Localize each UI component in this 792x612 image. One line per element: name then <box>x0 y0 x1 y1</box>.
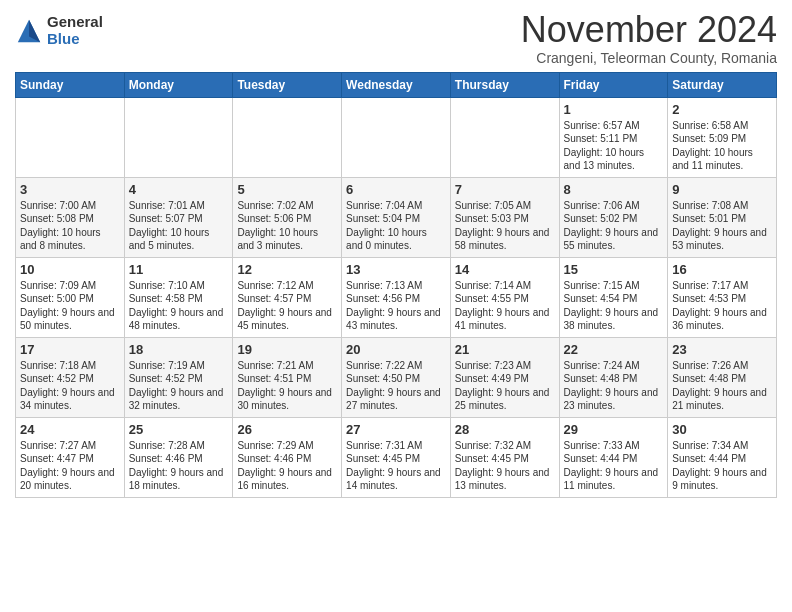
day-cell: 9Sunrise: 7:08 AM Sunset: 5:01 PM Daylig… <box>668 177 777 257</box>
header-cell-monday: Monday <box>124 72 233 97</box>
day-info: Sunrise: 7:27 AM Sunset: 4:47 PM Dayligh… <box>20 439 120 493</box>
day-number: 18 <box>129 342 229 357</box>
header-cell-friday: Friday <box>559 72 668 97</box>
day-cell: 6Sunrise: 7:04 AM Sunset: 5:04 PM Daylig… <box>342 177 451 257</box>
header-cell-sunday: Sunday <box>16 72 125 97</box>
day-cell: 17Sunrise: 7:18 AM Sunset: 4:52 PM Dayli… <box>16 337 125 417</box>
day-cell: 23Sunrise: 7:26 AM Sunset: 4:48 PM Dayli… <box>668 337 777 417</box>
day-cell: 26Sunrise: 7:29 AM Sunset: 4:46 PM Dayli… <box>233 417 342 497</box>
day-number: 13 <box>346 262 446 277</box>
day-cell: 21Sunrise: 7:23 AM Sunset: 4:49 PM Dayli… <box>450 337 559 417</box>
day-cell: 18Sunrise: 7:19 AM Sunset: 4:52 PM Dayli… <box>124 337 233 417</box>
logo-text: General Blue <box>47 14 103 47</box>
day-cell <box>124 97 233 177</box>
header-cell-saturday: Saturday <box>668 72 777 97</box>
header-row: SundayMondayTuesdayWednesdayThursdayFrid… <box>16 72 777 97</box>
day-info: Sunrise: 7:09 AM Sunset: 5:00 PM Dayligh… <box>20 279 120 333</box>
day-cell <box>233 97 342 177</box>
day-number: 7 <box>455 182 555 197</box>
day-number: 22 <box>564 342 664 357</box>
day-cell: 12Sunrise: 7:12 AM Sunset: 4:57 PM Dayli… <box>233 257 342 337</box>
day-info: Sunrise: 7:04 AM Sunset: 5:04 PM Dayligh… <box>346 199 446 253</box>
day-cell: 8Sunrise: 7:06 AM Sunset: 5:02 PM Daylig… <box>559 177 668 257</box>
day-info: Sunrise: 7:05 AM Sunset: 5:03 PM Dayligh… <box>455 199 555 253</box>
day-info: Sunrise: 7:10 AM Sunset: 4:58 PM Dayligh… <box>129 279 229 333</box>
day-info: Sunrise: 7:14 AM Sunset: 4:55 PM Dayligh… <box>455 279 555 333</box>
day-info: Sunrise: 7:15 AM Sunset: 4:54 PM Dayligh… <box>564 279 664 333</box>
day-cell: 25Sunrise: 7:28 AM Sunset: 4:46 PM Dayli… <box>124 417 233 497</box>
day-info: Sunrise: 7:23 AM Sunset: 4:49 PM Dayligh… <box>455 359 555 413</box>
day-cell: 13Sunrise: 7:13 AM Sunset: 4:56 PM Dayli… <box>342 257 451 337</box>
day-info: Sunrise: 7:29 AM Sunset: 4:46 PM Dayligh… <box>237 439 337 493</box>
day-info: Sunrise: 7:01 AM Sunset: 5:07 PM Dayligh… <box>129 199 229 253</box>
day-number: 26 <box>237 422 337 437</box>
day-number: 10 <box>20 262 120 277</box>
day-info: Sunrise: 7:12 AM Sunset: 4:57 PM Dayligh… <box>237 279 337 333</box>
day-number: 17 <box>20 342 120 357</box>
day-cell <box>342 97 451 177</box>
day-number: 2 <box>672 102 772 117</box>
day-info: Sunrise: 7:34 AM Sunset: 4:44 PM Dayligh… <box>672 439 772 493</box>
logo-general-text: General <box>47 14 103 31</box>
day-info: Sunrise: 7:17 AM Sunset: 4:53 PM Dayligh… <box>672 279 772 333</box>
day-info: Sunrise: 7:22 AM Sunset: 4:50 PM Dayligh… <box>346 359 446 413</box>
day-info: Sunrise: 6:57 AM Sunset: 5:11 PM Dayligh… <box>564 119 664 173</box>
day-number: 20 <box>346 342 446 357</box>
day-number: 19 <box>237 342 337 357</box>
calendar-table: SundayMondayTuesdayWednesdayThursdayFrid… <box>15 72 777 498</box>
header-cell-tuesday: Tuesday <box>233 72 342 97</box>
day-number: 5 <box>237 182 337 197</box>
day-info: Sunrise: 7:32 AM Sunset: 4:45 PM Dayligh… <box>455 439 555 493</box>
day-number: 3 <box>20 182 120 197</box>
title-area: November 2024 Crangeni, Teleorman County… <box>521 10 777 66</box>
day-number: 28 <box>455 422 555 437</box>
day-info: Sunrise: 7:08 AM Sunset: 5:01 PM Dayligh… <box>672 199 772 253</box>
day-cell: 11Sunrise: 7:10 AM Sunset: 4:58 PM Dayli… <box>124 257 233 337</box>
day-number: 12 <box>237 262 337 277</box>
day-cell: 1Sunrise: 6:57 AM Sunset: 5:11 PM Daylig… <box>559 97 668 177</box>
day-number: 9 <box>672 182 772 197</box>
day-cell: 2Sunrise: 6:58 AM Sunset: 5:09 PM Daylig… <box>668 97 777 177</box>
day-number: 23 <box>672 342 772 357</box>
day-info: Sunrise: 7:06 AM Sunset: 5:02 PM Dayligh… <box>564 199 664 253</box>
day-info: Sunrise: 6:58 AM Sunset: 5:09 PM Dayligh… <box>672 119 772 173</box>
day-cell: 3Sunrise: 7:00 AM Sunset: 5:08 PM Daylig… <box>16 177 125 257</box>
week-row-3: 17Sunrise: 7:18 AM Sunset: 4:52 PM Dayli… <box>16 337 777 417</box>
day-cell: 16Sunrise: 7:17 AM Sunset: 4:53 PM Dayli… <box>668 257 777 337</box>
day-number: 4 <box>129 182 229 197</box>
week-row-1: 3Sunrise: 7:00 AM Sunset: 5:08 PM Daylig… <box>16 177 777 257</box>
day-number: 25 <box>129 422 229 437</box>
day-info: Sunrise: 7:00 AM Sunset: 5:08 PM Dayligh… <box>20 199 120 253</box>
logo-icon <box>15 17 43 45</box>
day-number: 27 <box>346 422 446 437</box>
day-cell: 24Sunrise: 7:27 AM Sunset: 4:47 PM Dayli… <box>16 417 125 497</box>
week-row-0: 1Sunrise: 6:57 AM Sunset: 5:11 PM Daylig… <box>16 97 777 177</box>
day-number: 24 <box>20 422 120 437</box>
logo-area: General Blue <box>15 10 103 47</box>
day-info: Sunrise: 7:02 AM Sunset: 5:06 PM Dayligh… <box>237 199 337 253</box>
day-cell: 22Sunrise: 7:24 AM Sunset: 4:48 PM Dayli… <box>559 337 668 417</box>
day-info: Sunrise: 7:24 AM Sunset: 4:48 PM Dayligh… <box>564 359 664 413</box>
day-number: 11 <box>129 262 229 277</box>
day-cell: 29Sunrise: 7:33 AM Sunset: 4:44 PM Dayli… <box>559 417 668 497</box>
header-cell-wednesday: Wednesday <box>342 72 451 97</box>
day-info: Sunrise: 7:26 AM Sunset: 4:48 PM Dayligh… <box>672 359 772 413</box>
header-cell-thursday: Thursday <box>450 72 559 97</box>
day-number: 29 <box>564 422 664 437</box>
day-info: Sunrise: 7:28 AM Sunset: 4:46 PM Dayligh… <box>129 439 229 493</box>
day-info: Sunrise: 7:19 AM Sunset: 4:52 PM Dayligh… <box>129 359 229 413</box>
subtitle: Crangeni, Teleorman County, Romania <box>521 50 777 66</box>
day-number: 16 <box>672 262 772 277</box>
day-cell: 19Sunrise: 7:21 AM Sunset: 4:51 PM Dayli… <box>233 337 342 417</box>
day-number: 6 <box>346 182 446 197</box>
day-cell: 20Sunrise: 7:22 AM Sunset: 4:50 PM Dayli… <box>342 337 451 417</box>
day-cell: 7Sunrise: 7:05 AM Sunset: 5:03 PM Daylig… <box>450 177 559 257</box>
day-cell <box>16 97 125 177</box>
week-row-2: 10Sunrise: 7:09 AM Sunset: 5:00 PM Dayli… <box>16 257 777 337</box>
main-title: November 2024 <box>521 10 777 50</box>
day-info: Sunrise: 7:21 AM Sunset: 4:51 PM Dayligh… <box>237 359 337 413</box>
day-cell: 15Sunrise: 7:15 AM Sunset: 4:54 PM Dayli… <box>559 257 668 337</box>
day-info: Sunrise: 7:33 AM Sunset: 4:44 PM Dayligh… <box>564 439 664 493</box>
day-cell <box>450 97 559 177</box>
day-number: 21 <box>455 342 555 357</box>
